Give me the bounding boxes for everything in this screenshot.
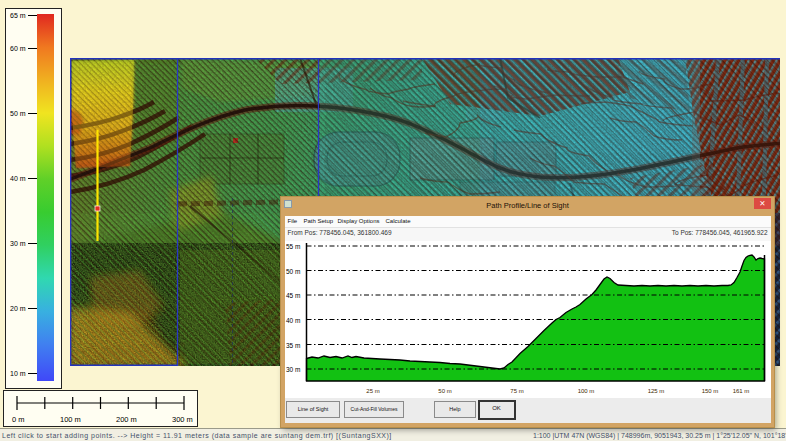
svg-text:100 m: 100 m — [577, 388, 594, 394]
svg-text:10 m: 10 m — [10, 370, 26, 377]
svg-text:55 m: 55 m — [286, 243, 300, 250]
svg-text:200 m: 200 m — [116, 415, 137, 424]
svg-text:50 m: 50 m — [286, 267, 300, 274]
svg-text:125 m: 125 m — [647, 388, 664, 394]
svg-text:0 m: 0 m — [12, 415, 25, 424]
svg-text:25 m: 25 m — [366, 388, 379, 394]
svg-text:161 m: 161 m — [732, 388, 749, 394]
svg-text:300 m: 300 m — [172, 415, 193, 424]
svg-text:65 m: 65 m — [10, 12, 26, 19]
svg-text:150 m: 150 m — [701, 388, 718, 394]
svg-text:60 m: 60 m — [10, 45, 26, 52]
svg-text:45 m: 45 m — [286, 292, 300, 299]
svg-text:35 m: 35 m — [286, 341, 300, 348]
svg-text:30 m: 30 m — [286, 366, 300, 373]
svg-text:20 m: 20 m — [10, 305, 26, 312]
svg-text:30 m: 30 m — [10, 240, 26, 247]
svg-text:40 m: 40 m — [286, 316, 300, 323]
svg-text:100 m: 100 m — [60, 415, 81, 424]
svg-text:75 m: 75 m — [510, 388, 523, 394]
svg-text:40 m: 40 m — [10, 175, 26, 182]
svg-text:50 m: 50 m — [10, 110, 26, 117]
svg-text:50 m: 50 m — [438, 388, 451, 394]
